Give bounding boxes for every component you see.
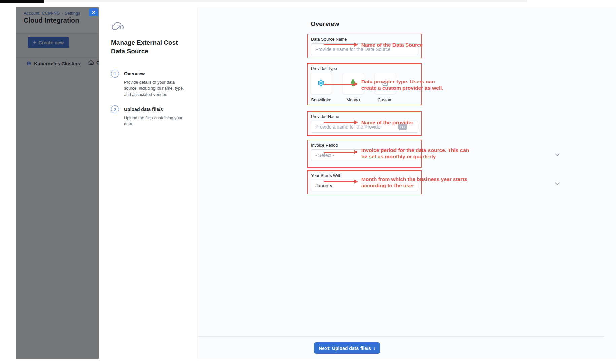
step-number-badge: 2 bbox=[111, 105, 119, 113]
top-band bbox=[0, 0, 527, 2]
data-source-name-label: Data Source Name bbox=[311, 37, 347, 42]
form-heading: Overview bbox=[311, 20, 339, 28]
close-drawer-button[interactable] bbox=[89, 8, 98, 16]
next-button-label: Next: Upload data file/s bbox=[319, 345, 371, 351]
chevron-right-icon: › bbox=[374, 346, 376, 351]
annotation-arrow bbox=[324, 181, 355, 182]
cloud-external-icon bbox=[111, 20, 125, 34]
step-description: Upload the files containing your data. bbox=[124, 115, 189, 127]
chevron-down-icon[interactable] bbox=[555, 152, 560, 158]
drawer-title: Manage External Cost Data Source bbox=[111, 38, 182, 56]
snowflake-icon: ❄ bbox=[317, 78, 325, 88]
footer-divider bbox=[198, 336, 604, 337]
provider-card-label: Mongo bbox=[346, 97, 360, 102]
step-number-badge: 1 bbox=[111, 70, 119, 78]
next-upload-data-files-button[interactable]: Next: Upload data file/s › bbox=[314, 342, 380, 354]
provider-card-label: Custom bbox=[378, 97, 393, 102]
step-title: Upload data file/s bbox=[124, 105, 189, 112]
provider-card-snowflake[interactable]: ❄ bbox=[310, 73, 332, 94]
annotation-text-provider-name: Name of the provider bbox=[361, 119, 413, 126]
drawer-steps-column: Manage External Cost Data Source 1 Overv… bbox=[99, 7, 198, 359]
annotation-arrow bbox=[324, 122, 355, 123]
annotation-arrow bbox=[324, 84, 355, 85]
browser-artifact-strip bbox=[0, 0, 44, 3]
annotation-text-provider-type: Data provider type. Users can create a c… bbox=[361, 78, 443, 91]
provider-name-label: Provider Name bbox=[311, 114, 339, 119]
annotation-text-data-source-name: Name of the Data Source bbox=[361, 42, 423, 48]
step-description: Provide details of your data source, inc… bbox=[124, 79, 189, 98]
annotation-text-year-starts-with: Month from which the business year start… bbox=[361, 176, 467, 189]
annotation-text-invoice-period: Invoice period for the data source. This… bbox=[361, 147, 469, 160]
annotation-arrow bbox=[324, 44, 355, 45]
close-icon bbox=[92, 10, 96, 14]
invoice-period-label: Invoice Period bbox=[311, 143, 338, 148]
modal-overlay bbox=[16, 7, 99, 359]
year-starts-with-label: Year Starts With bbox=[311, 173, 341, 178]
annotation-arrow bbox=[324, 152, 355, 153]
cloud-integration-page: Account: CCM-NG›Settings Cloud Integrati… bbox=[16, 7, 99, 359]
provider-type-label: Provider Type bbox=[311, 66, 337, 71]
step-overview[interactable]: 1 Overview Provide details of your data … bbox=[111, 70, 189, 98]
step-upload-data-files[interactable]: 2 Upload data file/s Upload the files co… bbox=[111, 105, 189, 127]
chevron-down-icon[interactable] bbox=[555, 181, 560, 187]
provider-card-mongo[interactable] bbox=[342, 73, 364, 94]
provider-card-label: Snowflake bbox=[311, 97, 331, 102]
step-title: Overview bbox=[124, 70, 189, 76]
